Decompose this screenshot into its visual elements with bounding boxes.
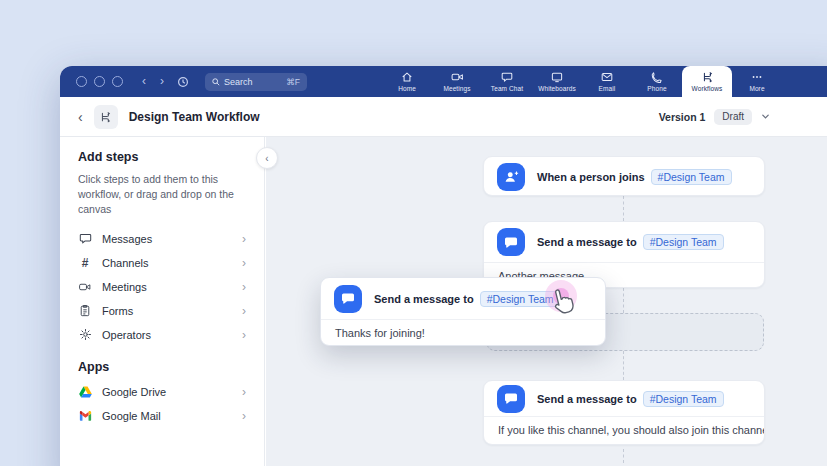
app-header: ‹ › Search ⌘F Home Meetings	[60, 66, 827, 97]
back-icon[interactable]: ‹	[142, 66, 146, 97]
sidebar-item-google-drive[interactable]: Google Drive ›	[78, 380, 246, 404]
sidebar-item-meetings[interactable]: Meetings ›	[78, 275, 246, 299]
main-nav: Home Meetings Team Chat Whiteboards Emai…	[382, 66, 782, 97]
sidebar-heading: Add steps	[78, 150, 246, 164]
step-title: Send a message to	[374, 293, 474, 305]
page-title: Design Team Workflow	[129, 110, 260, 124]
nav-label: Workflows	[692, 85, 723, 92]
connector-line	[623, 196, 624, 221]
channel-pill[interactable]: #Design Team	[643, 234, 724, 250]
workflow-canvas[interactable]: When a person joins #Design Team Send a …	[266, 137, 827, 466]
nav-label: Team Chat	[491, 85, 523, 92]
nav-label: Email	[599, 85, 616, 92]
version-label: Version 1	[659, 111, 706, 123]
connector-line	[623, 449, 624, 463]
nav-label: Phone	[647, 85, 666, 92]
video-camera-icon	[451, 71, 464, 83]
sidebar-item-label: Channels	[102, 257, 232, 269]
step-title: Send a message to	[537, 393, 637, 405]
sidebar-item-operators[interactable]: Operators ›	[78, 323, 246, 347]
chevron-right-icon: ›	[242, 328, 246, 342]
hash-icon: #	[78, 256, 92, 270]
channel-pill[interactable]: #Design Team	[643, 391, 724, 407]
sidebar-item-google-mail[interactable]: Google Mail ›	[78, 404, 246, 428]
chevron-right-icon: ›	[242, 385, 246, 399]
workflow-step-message[interactable]: Send a message to #Design Team If you li…	[483, 380, 765, 445]
sidebar-item-channels[interactable]: # Channels ›	[78, 251, 246, 275]
chat-message-icon	[497, 228, 525, 256]
whiteboard-icon	[551, 71, 563, 83]
history-icon[interactable]	[177, 76, 189, 88]
nav-tab-email[interactable]: Email	[582, 66, 632, 97]
chat-message-icon	[497, 385, 525, 413]
sidebar-item-label: Forms	[102, 305, 232, 317]
chevron-right-icon: ›	[242, 232, 246, 246]
chevron-right-icon: ›	[242, 409, 246, 423]
nav-tab-whiteboards[interactable]: Whiteboards	[532, 66, 582, 97]
nav-tab-workflows[interactable]: Workflows	[682, 66, 732, 97]
status-badge: Draft	[714, 109, 752, 125]
sidebar-item-forms[interactable]: Forms ›	[78, 299, 246, 323]
chevron-right-icon: ›	[242, 256, 246, 270]
nav-tab-meetings[interactable]: Meetings	[432, 66, 482, 97]
channel-pill[interactable]: #Design Team	[651, 169, 732, 185]
connector-line	[623, 288, 624, 313]
sidebar-collapse-button[interactable]: ‹	[256, 147, 278, 169]
phone-icon	[651, 71, 663, 83]
chevron-right-icon: ›	[242, 304, 246, 318]
screen: ‹ › Search ⌘F Home Meetings	[0, 0, 827, 466]
home-icon	[401, 71, 413, 83]
step-title: When a person joins	[537, 171, 645, 183]
nav-label: Whiteboards	[538, 85, 576, 92]
workflow-icon	[701, 71, 714, 83]
workflow-toolbar: ‹ Design Team Workflow Version 1 Draft	[60, 97, 827, 137]
sidebar-item-label: Meetings	[102, 281, 232, 293]
step-message-body: Thanks for joining!	[321, 320, 605, 346]
chevron-right-icon: ›	[242, 280, 246, 294]
nav-tab-team-chat[interactable]: Team Chat	[482, 66, 532, 97]
chat-message-icon	[334, 285, 362, 313]
nav-tab-home[interactable]: Home	[382, 66, 432, 97]
apps-heading: Apps	[78, 360, 246, 374]
nav-label: More	[749, 85, 764, 92]
workflow-step-trigger[interactable]: When a person joins #Design Team	[483, 156, 765, 196]
search-placeholder: Search	[224, 77, 282, 87]
search-shortcut: ⌘F	[286, 77, 300, 87]
nav-label: Home	[398, 85, 416, 92]
video-camera-icon	[78, 281, 92, 293]
person-join-icon	[497, 163, 525, 191]
nav-tab-phone[interactable]: Phone	[632, 66, 682, 97]
add-steps-sidebar: Add steps Click steps to add them to thi…	[60, 137, 265, 466]
nav-label: Meetings	[443, 85, 470, 92]
step-title: Send a message to	[537, 236, 637, 248]
gear-icon	[78, 328, 92, 341]
connector-line	[623, 351, 624, 380]
nav-tab-more[interactable]: More	[732, 66, 782, 97]
step-message-body: If you like this channel, you should als…	[484, 417, 764, 443]
window-control-close[interactable]	[76, 76, 87, 87]
sidebar-item-label: Operators	[102, 329, 232, 341]
more-icon	[751, 71, 763, 83]
window-control-minimize[interactable]	[94, 76, 105, 87]
sidebar-item-label: Google Drive	[102, 386, 232, 398]
sidebar-item-label: Messages	[102, 233, 232, 245]
gmail-icon	[78, 410, 92, 421]
window-control-maximize[interactable]	[112, 76, 123, 87]
sidebar-item-label: Google Mail	[102, 410, 232, 422]
search-icon	[212, 78, 220, 86]
forward-icon[interactable]: ›	[160, 66, 164, 97]
chat-bubble-icon	[501, 71, 513, 83]
message-bubble-icon	[78, 232, 92, 245]
email-icon	[601, 71, 613, 83]
workflow-badge-icon	[94, 105, 118, 129]
form-clipboard-icon	[78, 304, 92, 317]
sidebar-item-messages[interactable]: Messages ›	[78, 227, 246, 251]
back-chevron-icon[interactable]: ‹	[78, 109, 83, 125]
sidebar-description: Click steps to add them to this workflow…	[78, 172, 246, 218]
search-input[interactable]: Search ⌘F	[205, 73, 307, 91]
google-drive-icon	[78, 386, 92, 398]
chevron-down-icon[interactable]	[761, 112, 770, 121]
